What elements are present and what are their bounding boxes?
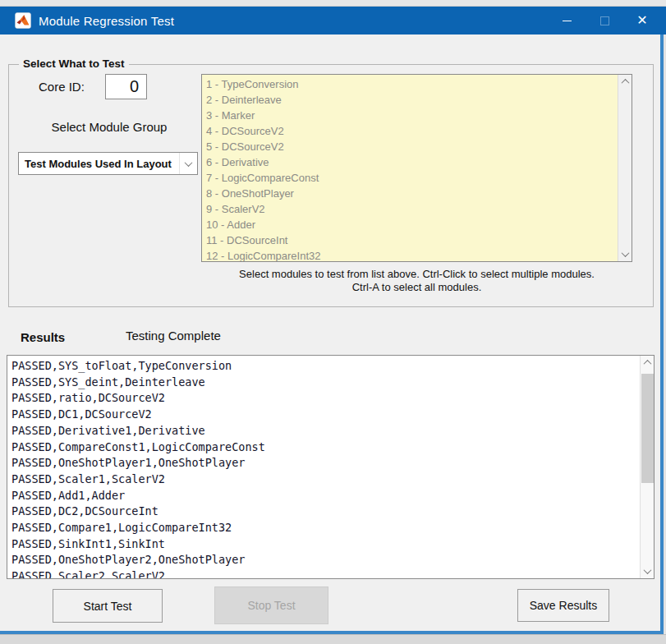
module-list-item[interactable]: 5 - DCSourceV2 [202,139,617,154]
module-list-item[interactable]: 6 - Derivative [202,154,617,170]
close-icon: ✕ [636,14,647,27]
result-line[interactable]: PASSED,DC2,DCSourceInt [7,504,639,520]
result-line[interactable]: PASSED,Add1,Adder [7,488,639,504]
scroll-up-icon[interactable] [641,356,655,370]
module-list-item[interactable]: 10 - Adder [202,217,617,232]
module-list-item[interactable]: 8 - OneShotPlayer [202,186,617,201]
results-label: Results [21,330,65,344]
start-test-button[interactable]: Start Test [53,589,163,623]
module-selection-hint: Select modules to test from list above. … [201,268,632,294]
module-list-item[interactable]: 4 - DCSourceV2 [202,123,617,139]
hint-line-2: Ctrl-A to select all modules. [201,281,632,294]
module-list-item[interactable]: 9 - ScalerV2 [202,201,617,217]
close-button[interactable]: ✕ [623,7,661,34]
module-list-item[interactable]: 7 - LogicCompareConst [202,170,617,186]
module-list-item[interactable]: 2 - Deinterleave [202,92,617,108]
groupbox-legend: Select What to Test [19,58,129,70]
module-list-item[interactable]: 3 - Marker [202,108,617,123]
testing-status-text: Testing Complete [126,329,221,343]
stop-test-button: Stop Test [214,586,328,624]
result-line[interactable]: PASSED,DC1,DCSourceV2 [7,407,639,423]
hint-line-1: Select modules to test from list above. … [201,268,632,281]
window-controls: ✕ [548,7,661,34]
scrollbar-thumb[interactable] [641,374,654,483]
dropdown-arrow-zone[interactable] [179,153,197,174]
module-group-label: Select Module Group [23,120,195,134]
result-line[interactable]: PASSED,OneShotPlayer1,OneShotPlayer [7,455,639,472]
save-results-button[interactable]: Save Results [517,589,609,622]
result-line[interactable]: PASSED,SYS_toFloat,TypeConversion [7,358,639,375]
result-line[interactable]: PASSED,SinkInt1,SinkInt [7,536,639,553]
minimize-button[interactable] [548,7,586,34]
maximize-button [586,7,623,34]
result-line[interactable]: PASSED,SYS_deint,Deinterleave [7,375,639,391]
scroll-down-icon[interactable] [641,564,655,578]
module-group-selected-value: Test Modules Used In Layout [25,158,172,170]
scroll-down-icon[interactable] [618,247,632,261]
maximize-icon [600,16,609,25]
module-list-item[interactable]: 1 - TypeConversion [202,76,617,92]
results-scrollbar[interactable] [640,356,654,578]
module-group-dropdown[interactable]: Test Modules Used In Layout [18,152,198,175]
module-list-item[interactable]: 12 - LogicCompareInt32 [202,248,617,262]
results-lines: PASSED,SYS_toFloat,TypeConversionPASSED,… [7,358,639,578]
window-title: Module Regression Test [39,14,174,28]
result-line[interactable]: PASSED,Compare1,LogicCompareInt32 [7,520,639,536]
result-line[interactable]: PASSED,Scaler1,ScalerV2 [7,472,639,488]
chevron-down-icon [185,159,193,167]
result-line[interactable]: PASSED,Derivative1,Derivative [7,423,639,439]
result-line[interactable]: PASSED,Scaler2,ScalerV2 [7,568,639,578]
core-id-label: Core ID: [39,80,85,94]
desktop-bottom-strip [0,634,666,644]
desktop-background-strip [0,0,666,7]
module-listbox[interactable]: 1 - TypeConversion2 - Deinterleave3 - Ma… [201,74,632,262]
matlab-icon [15,12,31,29]
core-id-input[interactable] [105,74,147,99]
scroll-up-icon[interactable] [618,75,632,89]
module-list-item[interactable]: 11 - DCSourceInt [202,232,617,248]
module-list-scrollbar[interactable] [618,75,632,261]
module-list-items: 1 - TypeConversion2 - Deinterleave3 - Ma… [202,76,617,262]
result-line[interactable]: PASSED,ratio,DCSourceV2 [7,390,639,407]
results-listbox[interactable]: PASSED,SYS_toFloat,TypeConversionPASSED,… [7,355,655,579]
result-line[interactable]: PASSED,OneShotPlayer2,OneShotPlayer [7,552,639,568]
titlebar: Module Regression Test ✕ [0,7,666,34]
result-line[interactable]: PASSED,CompareConst1,LogicCompareConst [7,439,639,456]
minimize-icon [563,21,572,21]
